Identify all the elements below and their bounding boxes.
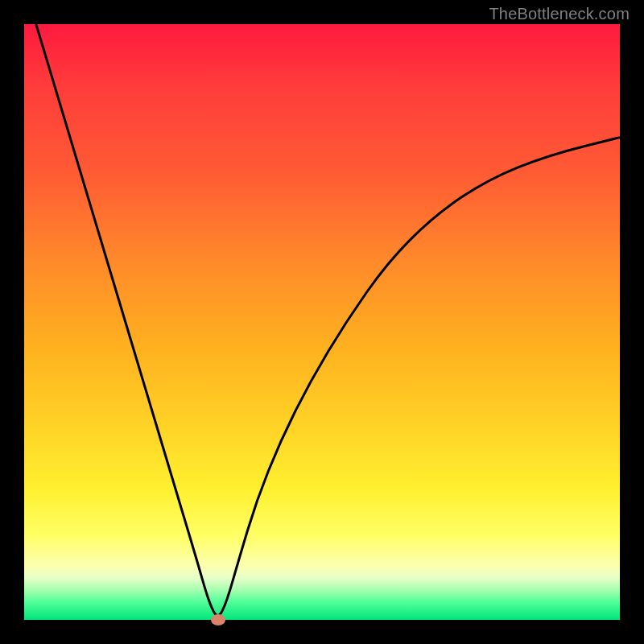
bottleneck-curve	[24, 24, 620, 620]
curve-line	[36, 24, 620, 615]
watermark-label: TheBottleneck.com	[489, 5, 630, 23]
minimum-marker	[211, 614, 225, 625]
chart-stage: TheBottleneck.com	[0, 0, 644, 644]
plot-area	[24, 24, 620, 620]
